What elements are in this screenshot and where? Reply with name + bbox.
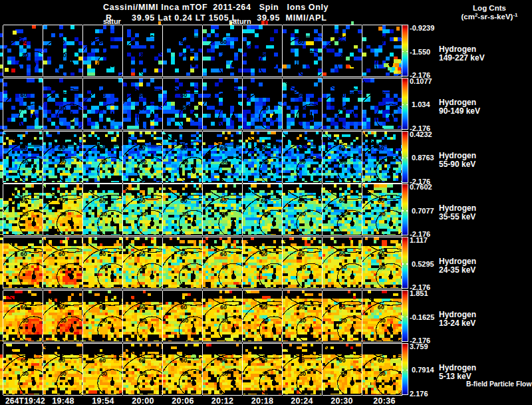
svg-text:60: 60 bbox=[139, 39, 146, 45]
svg-text:60: 60 bbox=[180, 39, 187, 45]
svg-text:30: 30 bbox=[262, 105, 269, 112]
svg-text:60: 60 bbox=[378, 39, 384, 45]
svg-text:60: 60 bbox=[139, 357, 146, 364]
svg-text:1.117: 1.117 bbox=[410, 236, 428, 244]
svg-text:30: 30 bbox=[60, 264, 66, 271]
svg-text:0.5295: 0.5295 bbox=[412, 260, 434, 268]
svg-text:30: 30 bbox=[140, 264, 147, 271]
svg-text:30: 30 bbox=[100, 158, 107, 165]
svg-text:30: 30 bbox=[340, 52, 347, 59]
svg-text:60: 60 bbox=[339, 357, 346, 364]
svg-text:60: 60 bbox=[339, 304, 346, 311]
svg-text:19:54: 19:54 bbox=[92, 396, 114, 405]
svg-text:Hydrogen: Hydrogen bbox=[439, 257, 476, 266]
svg-text:20:06: 20:06 bbox=[172, 396, 194, 405]
svg-text:30: 30 bbox=[379, 158, 386, 165]
svg-text:60: 60 bbox=[220, 357, 227, 364]
svg-text:60: 60 bbox=[180, 251, 187, 257]
svg-text:30: 30 bbox=[182, 105, 188, 112]
svg-text:24-35 keV: 24-35 keV bbox=[439, 265, 475, 275]
svg-text:30: 30 bbox=[22, 52, 29, 59]
svg-text:60: 60 bbox=[220, 198, 227, 204]
svg-text:30: 30 bbox=[60, 370, 66, 377]
svg-text:60: 60 bbox=[21, 145, 27, 152]
svg-text:30: 30 bbox=[140, 317, 147, 324]
svg-text:30: 30 bbox=[182, 264, 188, 271]
svg-text:30: 30 bbox=[299, 211, 306, 217]
svg-text:60: 60 bbox=[99, 92, 106, 98]
svg-text:-1.550: -1.550 bbox=[410, 48, 430, 56]
svg-text:Hydrogen: Hydrogen bbox=[439, 310, 476, 319]
svg-text:149-227 keV: 149-227 keV bbox=[439, 53, 485, 63]
svg-text:30: 30 bbox=[60, 105, 66, 112]
svg-text:30: 30 bbox=[221, 264, 228, 271]
svg-text:60: 60 bbox=[220, 304, 227, 311]
svg-text:60: 60 bbox=[180, 145, 187, 152]
svg-text:30: 30 bbox=[182, 211, 188, 217]
svg-text:0.1077: 0.1077 bbox=[410, 77, 432, 85]
svg-text:1.034: 1.034 bbox=[412, 100, 430, 108]
svg-text:35-55 keV: 35-55 keV bbox=[439, 212, 475, 221]
svg-text:60: 60 bbox=[261, 198, 267, 204]
svg-text:30: 30 bbox=[262, 158, 269, 165]
svg-text:30: 30 bbox=[340, 264, 347, 271]
svg-text:30: 30 bbox=[100, 105, 107, 112]
svg-text:30: 30 bbox=[379, 52, 386, 59]
svg-text:60: 60 bbox=[180, 92, 187, 98]
svg-text:30: 30 bbox=[182, 158, 188, 165]
svg-text:60: 60 bbox=[339, 39, 346, 45]
svg-text:30: 30 bbox=[221, 317, 228, 324]
svg-text:60: 60 bbox=[139, 145, 146, 152]
svg-text:30: 30 bbox=[22, 370, 29, 377]
svg-text:20:24: 20:24 bbox=[291, 396, 313, 405]
svg-text:30: 30 bbox=[22, 264, 29, 271]
svg-text:30: 30 bbox=[140, 105, 147, 112]
svg-text:30: 30 bbox=[299, 105, 306, 112]
svg-text:30: 30 bbox=[100, 211, 107, 217]
svg-text:60: 60 bbox=[21, 39, 27, 45]
svg-text:55-90 keV: 55-90 keV bbox=[439, 160, 475, 169]
svg-text:Hydrogen: Hydrogen bbox=[439, 45, 476, 54]
svg-text:60: 60 bbox=[21, 198, 27, 204]
svg-text:60: 60 bbox=[298, 39, 305, 45]
svg-text:30: 30 bbox=[100, 52, 107, 59]
svg-text:60: 60 bbox=[298, 198, 305, 204]
svg-text:60: 60 bbox=[378, 145, 384, 152]
svg-text:30: 30 bbox=[299, 370, 306, 377]
svg-text:30: 30 bbox=[22, 211, 29, 217]
svg-text:30: 30 bbox=[379, 317, 386, 324]
svg-text:60: 60 bbox=[21, 304, 27, 311]
svg-text:R 39.95 Lat 0.24 LT 1505: R 39.95 Lat 0.24 LT 1505 L 39.95 MIMI/AP… bbox=[106, 13, 327, 23]
svg-text:60: 60 bbox=[261, 251, 267, 257]
svg-text:30: 30 bbox=[100, 264, 107, 271]
svg-text:30: 30 bbox=[140, 52, 147, 59]
svg-text:30: 30 bbox=[340, 317, 347, 324]
svg-text:20:30: 20:30 bbox=[331, 396, 353, 405]
svg-text:60: 60 bbox=[378, 198, 384, 204]
svg-text:30: 30 bbox=[221, 158, 228, 165]
svg-text:0.4232: 0.4232 bbox=[410, 130, 432, 138]
svg-text:30: 30 bbox=[340, 158, 347, 165]
svg-text:13-24 keV: 13-24 keV bbox=[439, 319, 475, 328]
svg-text:60: 60 bbox=[339, 198, 346, 204]
svg-text:30: 30 bbox=[299, 317, 306, 324]
svg-text:60: 60 bbox=[59, 304, 65, 311]
svg-text:30: 30 bbox=[100, 370, 107, 377]
svg-text:60: 60 bbox=[261, 304, 267, 311]
svg-text:60: 60 bbox=[99, 145, 106, 152]
svg-text:0.8763: 0.8763 bbox=[412, 154, 434, 162]
svg-text:Hydrogen: Hydrogen bbox=[439, 363, 476, 372]
svg-text:30: 30 bbox=[340, 105, 347, 112]
svg-text:30: 30 bbox=[379, 264, 386, 271]
svg-text:60: 60 bbox=[180, 304, 187, 311]
svg-text:2.176: 2.176 bbox=[410, 390, 428, 398]
svg-text:30: 30 bbox=[221, 52, 228, 59]
svg-text:30: 30 bbox=[100, 317, 107, 324]
svg-text:-0.9239: -0.9239 bbox=[410, 24, 434, 32]
svg-text:30: 30 bbox=[22, 158, 29, 165]
svg-text:60: 60 bbox=[99, 357, 106, 364]
svg-text:60: 60 bbox=[180, 198, 187, 204]
svg-text:60: 60 bbox=[298, 145, 305, 152]
svg-text:20:00: 20:00 bbox=[132, 396, 154, 405]
svg-text:saturn: saturn bbox=[229, 17, 251, 25]
